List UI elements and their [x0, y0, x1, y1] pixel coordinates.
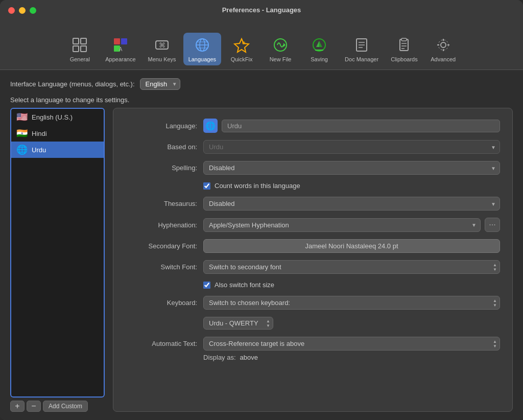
- hindi-flag: 🇮🇳: [16, 129, 28, 138]
- quickfix-icon: [232, 36, 251, 54]
- remove-language-button[interactable]: −: [27, 401, 41, 412]
- interface-language-select[interactable]: English: [140, 78, 180, 90]
- based-on-select[interactable]: Urdu: [203, 140, 500, 154]
- secondary-font-button[interactable]: Jameel Noori Nastaleeq 24.0 pt: [203, 239, 500, 253]
- switch-font-select[interactable]: Switch to secondary font: [203, 260, 500, 274]
- based-on-control: Urdu ▼: [203, 140, 500, 154]
- globe-icon: 🌐: [203, 119, 218, 133]
- thesaurus-label: Thesaurus:: [126, 200, 197, 207]
- svg-point-33: [438, 40, 448, 50]
- svg-rect-4: [114, 38, 120, 44]
- maximize-button[interactable]: [30, 7, 36, 14]
- list-buttons: + − Add Custom: [10, 401, 105, 412]
- spelling-select[interactable]: Disabled: [203, 161, 500, 175]
- based-on-label: Based on:: [126, 143, 197, 151]
- toolbar-item-doc-manager[interactable]: Doc Manager: [340, 33, 384, 65]
- thesaurus-row: Thesaurus: Disabled ▼: [126, 197, 500, 211]
- svg-marker-20: [316, 41, 319, 47]
- hyphenation-label: Hyphenation:: [126, 221, 197, 229]
- hyphenation-dropdown-wrap: Apple/System Hyphenation ▼: [203, 218, 481, 232]
- general-icon: [70, 36, 89, 54]
- secondary-font-label: Secondary Font:: [126, 242, 197, 250]
- toolbar-item-quickfix[interactable]: QuickFix: [223, 33, 260, 65]
- hindi-label: Hindi: [32, 130, 47, 137]
- advanced-icon: [434, 36, 453, 54]
- toolbar-item-appearance[interactable]: A Appearance: [100, 33, 140, 65]
- count-words-label: Count words in this language: [215, 182, 300, 190]
- language-control: 🌐: [203, 119, 500, 133]
- toolbar-label-new-file: New File: [270, 56, 292, 62]
- interface-language-label: Interface Language (menus, dialogs, etc.…: [10, 80, 135, 88]
- hyphenation-control: Apple/System Hyphenation ▼ ···: [203, 218, 500, 232]
- toolbar-item-menu-keys[interactable]: ⌘ Menu Keys: [143, 33, 181, 65]
- auto-text-select[interactable]: Cross-Reference target is above: [203, 337, 500, 351]
- thesaurus-control: Disabled ▼: [203, 197, 500, 211]
- also-switch-checkbox[interactable]: [203, 282, 210, 289]
- window-title: Preferences - Languages: [222, 6, 301, 14]
- svg-rect-3: [81, 46, 86, 52]
- minimize-button[interactable]: [19, 7, 26, 14]
- keyboard-dropdown-wrap: Switch to chosen keyboard: ▲ ▼: [203, 296, 500, 310]
- toolbar-label-advanced: Advanced: [431, 56, 456, 62]
- hyphenation-row: Hyphenation: Apple/System Hyphenation ▼ …: [126, 218, 500, 232]
- languages-icon: [193, 36, 211, 54]
- display-as-value: above: [240, 354, 258, 361]
- main-panel: 🇺🇸 English (U.S.) 🇮🇳 Hindi 🌐 Urdu + −: [10, 108, 513, 412]
- new-file-icon: [271, 36, 290, 54]
- svg-text:⌘: ⌘: [159, 41, 165, 49]
- svg-marker-18: [283, 43, 286, 47]
- auto-text-control: Cross-Reference target is above ▲ ▼: [203, 337, 500, 351]
- toolbar-item-general[interactable]: General: [61, 33, 98, 65]
- language-field-label: Language:: [126, 122, 197, 130]
- keyboard-layout-select[interactable]: Urdu - QWERTY: [203, 317, 273, 330]
- toolbar-label-general: General: [70, 56, 90, 62]
- toolbar-item-clipboards[interactable]: Clipboards: [386, 33, 423, 65]
- thesaurus-select[interactable]: Disabled: [203, 197, 500, 211]
- urdu-label: Urdu: [32, 146, 46, 154]
- toolbar-item-new-file[interactable]: New File: [262, 33, 299, 65]
- lang-item-hindi[interactable]: 🇮🇳 Hindi: [11, 125, 104, 142]
- saving-icon: [310, 36, 328, 54]
- svg-rect-0: [73, 38, 79, 44]
- interface-language-row: Interface Language (menus, dialogs, etc.…: [10, 78, 513, 90]
- toolbar-label-doc-manager: Doc Manager: [345, 56, 378, 62]
- display-as-row: Display as: above: [203, 354, 500, 361]
- also-switch-label: Also switch font size: [215, 281, 274, 289]
- add-language-button[interactable]: +: [10, 401, 25, 412]
- svg-point-32: [441, 42, 446, 48]
- toolbar-item-advanced[interactable]: Advanced: [425, 33, 462, 65]
- switch-font-control: Switch to secondary font ▲ ▼: [203, 260, 500, 274]
- hyphenation-more-button[interactable]: ···: [485, 218, 500, 232]
- svg-rect-2: [73, 46, 79, 52]
- lang-item-urdu[interactable]: 🌐 Urdu: [11, 142, 104, 158]
- add-custom-button[interactable]: Add Custom: [43, 401, 88, 412]
- keyboard-select[interactable]: Switch to chosen keyboard:: [203, 296, 500, 310]
- language-input[interactable]: [222, 120, 500, 132]
- auto-text-row: Automatic Text: Cross-Reference target i…: [126, 337, 500, 351]
- doc-manager-icon: [352, 36, 371, 54]
- auto-text-dropdown-wrap: Cross-Reference target is above ▲ ▼: [203, 337, 500, 351]
- secondary-font-control: Jameel Noori Nastaleeq 24.0 pt: [203, 239, 500, 253]
- english-flag: 🇺🇸: [16, 112, 28, 122]
- display-as-label: Display as:: [203, 354, 236, 361]
- close-button[interactable]: [8, 7, 15, 14]
- appearance-icon: A: [111, 36, 130, 54]
- svg-rect-5: [121, 38, 127, 44]
- toolbar-label-appearance: Appearance: [105, 56, 135, 62]
- svg-point-16: [242, 41, 245, 44]
- hyphenation-select[interactable]: Apple/System Hyphenation: [203, 218, 481, 232]
- svg-rect-1: [81, 38, 86, 44]
- count-words-checkbox[interactable]: [203, 182, 210, 190]
- spelling-row: Spelling: Disabled ▼: [126, 161, 500, 175]
- thesaurus-dropdown-wrap: Disabled ▼: [203, 197, 500, 211]
- toolbar-label-clipboards: Clipboards: [391, 56, 418, 62]
- select-instruction: Select a language to change its settings…: [10, 96, 513, 104]
- lang-item-english[interactable]: 🇺🇸 English (U.S.): [11, 109, 104, 125]
- toolbar-item-saving[interactable]: Saving: [301, 33, 338, 65]
- auto-text-label: Automatic Text:: [126, 340, 197, 347]
- based-on-row: Based on: Urdu ▼: [126, 140, 500, 154]
- toolbar-item-languages[interactable]: Languages: [183, 33, 221, 65]
- keyboard-row: Keyboard: Switch to chosen keyboard: ▲ ▼: [126, 296, 500, 310]
- based-on-dropdown-wrap: Urdu ▼: [203, 140, 500, 154]
- count-words-row: Count words in this language: [203, 182, 500, 190]
